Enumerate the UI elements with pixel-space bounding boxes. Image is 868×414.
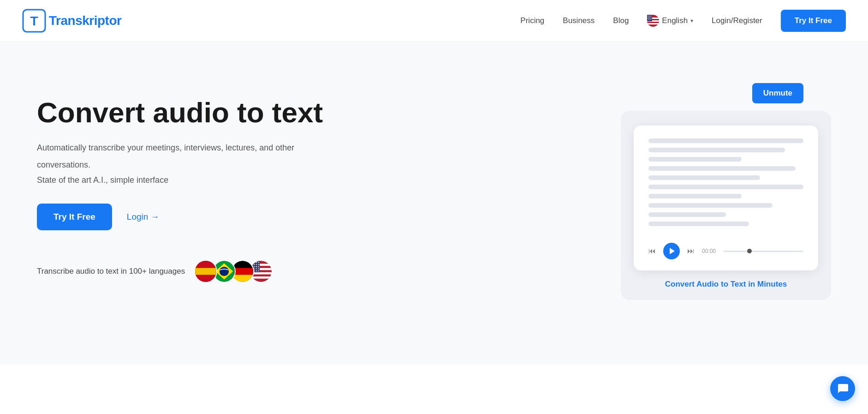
svg-point-19 — [651, 19, 652, 20]
svg-point-41 — [254, 262, 255, 263]
svg-point-55 — [258, 268, 259, 269]
spanish-flag — [194, 260, 217, 283]
languages-label: Transcribe audio to text in 100+ languag… — [37, 267, 185, 276]
nav-business[interactable]: Business — [563, 16, 595, 25]
nav-blog[interactable]: Blog — [613, 16, 629, 25]
chevron-down-icon: ▾ — [690, 18, 693, 24]
svg-point-11 — [648, 17, 649, 18]
svg-point-58 — [256, 270, 257, 271]
transcript-line — [648, 222, 749, 226]
forward-icon[interactable]: ⏭ — [687, 247, 695, 255]
svg-point-9 — [649, 15, 650, 16]
transcript-line — [648, 175, 760, 180]
transcript-line — [648, 185, 803, 189]
svg-point-12 — [649, 17, 650, 18]
transcript-line — [648, 203, 773, 208]
svg-rect-23 — [195, 266, 216, 268]
svg-point-42 — [256, 262, 257, 263]
logo-text: Transkriptor — [49, 13, 121, 28]
hero-subtitle3: State of the art A.I., simple interface — [37, 175, 323, 185]
us-flag-icon — [647, 15, 659, 27]
svg-point-16 — [651, 18, 652, 18]
transcript-line — [648, 148, 785, 152]
svg-rect-24 — [195, 275, 216, 276]
transcript-line — [648, 157, 742, 162]
svg-point-47 — [258, 264, 259, 265]
transcript-line — [648, 138, 803, 143]
hero-try-it-free-button[interactable]: Try It Free — [37, 204, 112, 230]
svg-point-29 — [220, 267, 229, 276]
hero-login-link[interactable]: Login → — [127, 212, 160, 222]
language-label: English — [662, 16, 688, 25]
svg-rect-6 — [647, 23, 659, 24]
svg-point-49 — [254, 266, 255, 267]
hero-subtitle2: conversations. — [37, 158, 323, 172]
login-register-link[interactable]: Login/Register — [712, 16, 762, 25]
transcript-line — [648, 194, 742, 198]
svg-point-46 — [256, 264, 257, 265]
svg-point-43 — [258, 262, 259, 263]
player-time: 00:00 — [702, 248, 716, 254]
svg-point-18 — [649, 19, 650, 20]
svg-point-17 — [648, 19, 649, 20]
svg-point-59 — [258, 270, 259, 271]
svg-rect-32 — [232, 275, 253, 282]
play-button[interactable] — [663, 243, 680, 259]
nav-pricing[interactable]: Pricing — [520, 16, 544, 25]
player-dot — [747, 249, 752, 253]
svg-point-15 — [649, 18, 650, 18]
rewind-icon[interactable]: ⏮ — [648, 247, 656, 255]
svg-rect-38 — [250, 276, 272, 279]
svg-point-10 — [651, 15, 652, 16]
hero-right: Unmute ⏮ — [621, 78, 831, 300]
svg-text:T: T — [30, 13, 38, 28]
main-nav: Pricing Business Blog — [520, 10, 846, 32]
transcript-lines — [648, 138, 803, 226]
flag-stack — [194, 260, 273, 283]
player-progress[interactable] — [723, 251, 803, 252]
svg-point-45 — [254, 264, 255, 265]
language-selector[interactable]: English ▾ — [647, 15, 693, 27]
svg-point-13 — [651, 17, 652, 18]
logo[interactable]: T Transkriptor — [22, 9, 121, 33]
svg-point-14 — [648, 18, 649, 18]
svg-point-54 — [256, 268, 257, 269]
svg-point-40 — [252, 262, 253, 263]
hero-section: Convert audio to text Automatically tran… — [0, 42, 868, 365]
transcript-line — [648, 212, 726, 217]
hero-actions: Try It Free Login → — [37, 204, 323, 230]
hero-title: Convert audio to text — [37, 97, 323, 128]
unmute-button[interactable]: Unmute — [752, 83, 803, 103]
transcript-line — [648, 166, 796, 171]
card-caption: Convert Audio to Text in Minutes — [665, 280, 787, 289]
header-try-free-button[interactable]: Try It Free — [781, 10, 846, 32]
svg-point-8 — [648, 15, 649, 16]
hero-left: Convert audio to text Automatically tran… — [37, 78, 323, 283]
hero-subtitle1: Automatically transcribe your meetings, … — [37, 141, 323, 155]
player-bar: ⏮ ⏭ 00:00 — [648, 237, 803, 261]
svg-point-51 — [258, 266, 259, 267]
svg-point-50 — [256, 266, 257, 267]
hero-languages: Transcribe audio to text in 100+ languag… — [37, 260, 323, 283]
transcript-card: ⏮ ⏭ 00:00 — [634, 126, 818, 270]
